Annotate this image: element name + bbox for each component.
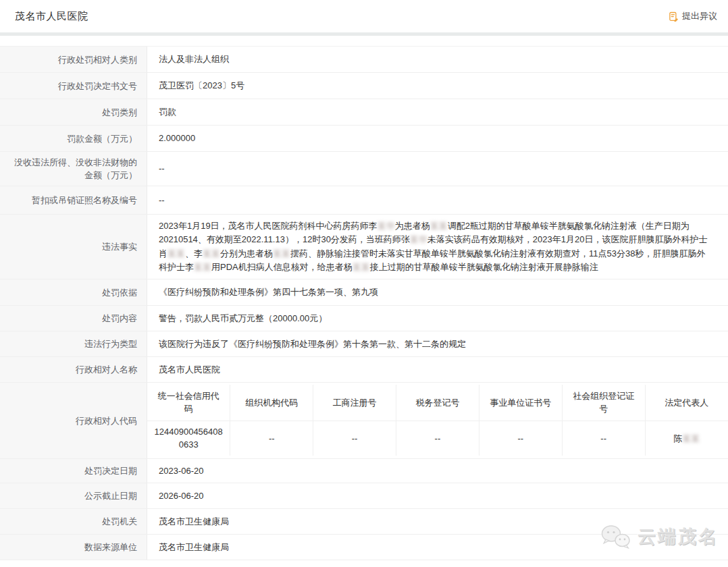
col-header-tax-reg-no: 税务登记号 bbox=[396, 385, 479, 421]
page-title: 茂名市人民医院 bbox=[15, 10, 88, 23]
cell-social-org-cert-no: -- bbox=[562, 421, 645, 456]
row-value-penalty-category: 罚款 bbox=[147, 99, 728, 125]
table-row: 公示截止日期 2026-06-20 bbox=[0, 483, 728, 509]
cell-legal-rep: 陈某某 bbox=[645, 421, 728, 456]
table-row: 处罚依据 《医疗纠纷预防和处理条例》第四十七条第一项、第九项 bbox=[0, 279, 728, 306]
col-header-business-reg-no: 工商注册号 bbox=[313, 385, 396, 421]
row-label-license-revocation: 暂扣或吊销证照名称及编号 bbox=[0, 186, 147, 214]
table-row: 行政相对人名称 茂名市人民医院 bbox=[0, 357, 728, 383]
row-label-decision-date: 处罚决定日期 bbox=[0, 459, 147, 483]
cell-business-reg-no: -- bbox=[313, 421, 396, 456]
cell-institution-cert-no: -- bbox=[479, 421, 562, 456]
cell-org-code: -- bbox=[230, 421, 313, 456]
raise-objection-label: 提出异议 bbox=[682, 10, 717, 22]
row-value-data-source: 茂名市卫生健康局 bbox=[147, 535, 728, 560]
table-row: 处罚机关 茂名市卫生健康局 bbox=[0, 509, 728, 535]
row-value-party-code: 统一社会信用代码 组织机构代码 工商注册号 税务登记号 事业单位证书号 社会组织… bbox=[147, 383, 728, 458]
col-header-institution-cert-no: 事业单位证书号 bbox=[479, 385, 562, 421]
row-value-illegal-facts: 2023年1月19日，茂名市人民医院药剂科中心药房药师李某华为患者杨某某调配2瓶… bbox=[147, 215, 728, 279]
row-value-penalty-basis: 《医疗纠纷预防和处理条例》第四十七条第一项、第九项 bbox=[147, 279, 728, 305]
table-row: 违法行为类型 该医院行为违反了《医疗纠纷预防和处理条例》第十条第一款、第十二条的… bbox=[0, 331, 728, 357]
row-value-party-name: 茂名市人民医院 bbox=[147, 357, 728, 382]
row-label-data-source: 数据来源单位 bbox=[0, 535, 147, 560]
table-row: 行政处罚决定书文号 茂卫医罚〔2023〕5号 bbox=[0, 73, 728, 99]
row-label-penalty-basis: 处罚依据 bbox=[0, 279, 147, 305]
col-header-legal-rep: 法定代表人 bbox=[645, 385, 728, 421]
row-label-decision-doc-no: 行政处罚决定书文号 bbox=[0, 73, 147, 99]
row-label-penalty-authority: 处罚机关 bbox=[0, 509, 147, 534]
row-label-party-code: 行政相对人代码 bbox=[0, 383, 147, 458]
row-value-penalty-content: 警告，罚款人民币贰万元整（20000.00元） bbox=[147, 306, 728, 331]
row-value-violation-type: 该医院行为违反了《医疗纠纷预防和处理条例》第十条第一款、第十二条的规定 bbox=[147, 331, 728, 356]
illegal-facts-text: 2023年1月19日，茂名市人民医院药剂科中心药房药师李某华为患者杨某某调配2瓶… bbox=[159, 219, 712, 275]
row-label-fine-amount: 罚款金额（万元） bbox=[0, 126, 147, 151]
raise-objection-button[interactable]: 提出异议 bbox=[669, 10, 717, 22]
row-label-confiscation-amount: 没收违法所得、没收非法财物的金额（万元） bbox=[0, 152, 147, 186]
party-code-table: 统一社会信用代码 组织机构代码 工商注册号 税务登记号 事业单位证书号 社会组织… bbox=[147, 385, 728, 456]
row-value-publicity-end-date: 2026-06-20 bbox=[147, 483, 728, 508]
header-gap bbox=[0, 36, 728, 46]
table-row: 没收违法所得、没收非法财物的金额（万元） -- bbox=[0, 152, 728, 186]
row-value-decision-doc-no: 茂卫医罚〔2023〕5号 bbox=[147, 73, 728, 99]
row-label-penalty-category: 处罚类别 bbox=[0, 99, 147, 125]
table-row: 处罚决定日期 2023-06-20 bbox=[0, 459, 728, 483]
row-label-penalty-content: 处罚内容 bbox=[0, 306, 147, 331]
table-row: 数据来源单位 茂名市卫生健康局 bbox=[0, 535, 728, 560]
table-row: 暂扣或吊销证照名称及编号 -- bbox=[0, 186, 728, 215]
row-value-penalty-authority: 茂名市卫生健康局 bbox=[147, 509, 728, 534]
table-row: 罚款金额（万元） 2.000000 bbox=[0, 126, 728, 152]
penalty-record-table: 行政处罚相对人类别 法人及非法人组织 行政处罚决定书文号 茂卫医罚〔2023〕5… bbox=[0, 46, 728, 560]
table-row: 处罚内容 警告，罚款人民币贰万元整（20000.00元） bbox=[0, 306, 728, 331]
row-label-party-name: 行政相对人名称 bbox=[0, 357, 147, 382]
row-value-license-revocation: -- bbox=[147, 186, 728, 214]
table-row: 行政相对人代码 统一社会信用代码 组织机构代码 工商注册号 税务登记号 事业单位… bbox=[0, 383, 728, 459]
table-row: 行政处罚相对人类别 法人及非法人组织 bbox=[0, 47, 728, 73]
party-code-value-row: 124409004564080633 -- -- -- -- -- 陈某某 bbox=[147, 421, 728, 456]
row-value-fine-amount: 2.000000 bbox=[147, 126, 728, 151]
row-label-publicity-end-date: 公示截止日期 bbox=[0, 483, 147, 508]
top-bar: 茂名市人民医院 提出异议 bbox=[0, 0, 728, 32]
row-label-illegal-facts: 违法事实 bbox=[0, 215, 147, 279]
col-header-social-org-cert-no: 社会组织登记证号 bbox=[562, 385, 645, 421]
table-row: 违法事实 2023年1月19日，茂名市人民医院药剂科中心药房药师李某华为患者杨某… bbox=[0, 215, 728, 279]
objection-note-icon bbox=[669, 11, 679, 22]
row-value-subject-type: 法人及非法人组织 bbox=[147, 47, 728, 72]
table-row: 处罚类别 罚款 bbox=[0, 99, 728, 126]
cell-credit-code: 124409004564080633 bbox=[147, 421, 230, 456]
row-value-confiscation-amount: -- bbox=[147, 152, 728, 186]
col-header-org-code: 组织机构代码 bbox=[230, 385, 313, 421]
row-label-violation-type: 违法行为类型 bbox=[0, 331, 147, 356]
cell-tax-reg-no: -- bbox=[396, 421, 479, 456]
col-header-credit-code: 统一社会信用代码 bbox=[147, 385, 230, 421]
party-code-header-row: 统一社会信用代码 组织机构代码 工商注册号 税务登记号 事业单位证书号 社会组织… bbox=[147, 385, 728, 421]
row-value-decision-date: 2023-06-20 bbox=[147, 459, 728, 483]
row-label-subject-type: 行政处罚相对人类别 bbox=[0, 47, 147, 72]
